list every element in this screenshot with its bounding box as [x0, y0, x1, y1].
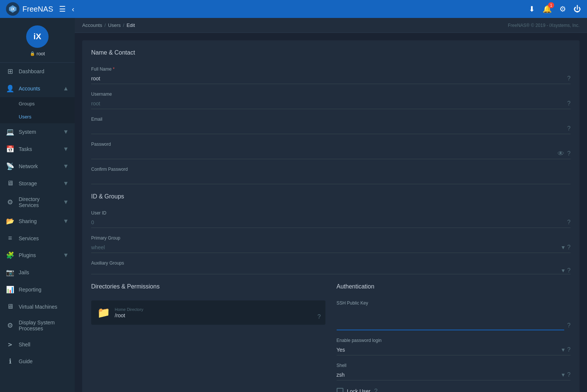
breadcrumb-users[interactable]: Users	[108, 22, 121, 28]
section-dirs-perms: Directories & Permissions	[91, 283, 325, 293]
username-label: Username	[91, 92, 571, 97]
username-input-row: ?	[91, 98, 571, 109]
email-label: Email	[91, 117, 571, 122]
sidebar-item-display-system-processes[interactable]: ⚙ Display System Processes	[0, 315, 75, 336]
lock-user-row: Lock User ?	[337, 388, 571, 392]
sidebar-item-system[interactable]: 💻 System ▼	[0, 123, 75, 141]
notification-badge: 1	[548, 2, 554, 8]
email-help-icon[interactable]: ?	[567, 125, 571, 132]
tasks-chevron: ▼	[63, 146, 69, 152]
primary-group-help-icon[interactable]: ?	[567, 244, 571, 251]
ssh-key-help-icon[interactable]: ?	[567, 322, 571, 329]
copyright-text: FreeNAS® © 2019 - iXsystems, Inc.	[508, 23, 580, 28]
display-sys-icon: ⚙	[6, 321, 14, 330]
password-input[interactable]	[91, 148, 554, 159]
sidebar-label-storage: Storage	[19, 180, 58, 186]
home-directory-box: 📁 Home Directory /root ?	[91, 300, 325, 325]
sidebar-item-virtual-machines[interactable]: 🖥 Virtual Machines	[0, 298, 75, 315]
username-input[interactable]	[91, 98, 564, 109]
menu-icon[interactable]: ☰	[59, 4, 66, 13]
authentication-section: Authentication SSH Public Key ? Enable p…	[337, 283, 571, 392]
user-id-help-icon[interactable]: ?	[567, 219, 571, 226]
settings-icon[interactable]: ⚙	[559, 4, 566, 13]
password-help-icon[interactable]: ?	[567, 150, 571, 157]
network-icon: 📡	[6, 162, 14, 170]
shell-icon: >	[6, 340, 14, 348]
sidebar-item-jails[interactable]: 📷 Jails	[0, 264, 75, 281]
sidebar-item-plugins[interactable]: 🧩 Plugins ▼	[0, 247, 75, 264]
sidebar-item-accounts[interactable]: 👤 Accounts ▲	[0, 80, 75, 97]
enable-password-help-icon[interactable]: ?	[567, 346, 571, 353]
section-name-contact: Name & Contact	[91, 49, 571, 59]
sidebar-item-shell[interactable]: > Shell	[0, 336, 75, 353]
auxiliary-groups-select-row: ▼ ?	[91, 267, 571, 274]
shell-value: zsh	[337, 370, 559, 380]
username-display: 🔒 root	[30, 51, 45, 56]
sidebar-label-accounts: Accounts	[19, 86, 58, 92]
enable-password-login-row: Enable password login Yes ▼ ?	[337, 338, 571, 355]
breadcrumb-accounts[interactable]: Accounts	[82, 22, 102, 28]
sidebar-label-plugins: Plugins	[19, 252, 58, 258]
shell-chevron[interactable]: ▼	[560, 372, 566, 378]
username-help-icon[interactable]: ?	[567, 100, 571, 107]
confirm-password-input-row	[91, 173, 571, 184]
sidebar-item-dashboard[interactable]: ⊞ Dashboard	[0, 63, 75, 80]
sidebar-item-directory-services[interactable]: ⚙ Directory Services ▼	[0, 192, 75, 213]
auxiliary-groups-row: Auxiliary Groups ▼ ?	[91, 260, 571, 274]
storage-chevron: ▼	[63, 180, 69, 187]
sidebar-label-guide: Guide	[19, 358, 69, 364]
breadcrumb-sep2: /	[123, 22, 124, 28]
back-icon[interactable]: ‹	[72, 5, 74, 13]
dashboard-icon: ⊞	[6, 67, 14, 75]
sidebar-item-services[interactable]: ≡ Services	[0, 230, 75, 247]
full-name-input[interactable]	[91, 73, 564, 84]
sidebar-item-tasks[interactable]: 📅 Tasks ▼	[0, 141, 75, 158]
sidebar-item-reporting[interactable]: 📊 Reporting	[0, 281, 75, 298]
directory-icon: ⚙	[6, 198, 14, 206]
enable-password-chevron[interactable]: ▼	[560, 347, 566, 353]
shell-row: Shell zsh ▼ ?	[337, 363, 571, 380]
breadcrumb-bar: Accounts / Users / Edit FreeNAS® © 2019 …	[75, 18, 587, 33]
email-input[interactable]	[91, 123, 564, 134]
sidebar-label-reporting: Reporting	[19, 287, 69, 293]
sidebar-item-sharing[interactable]: 📂 Sharing ▼	[0, 213, 75, 230]
sidebar-subitem-users[interactable]: Users	[0, 110, 75, 123]
enable-password-select-row: Yes ▼ ?	[337, 345, 571, 355]
sidebar-subitem-groups[interactable]: Groups	[0, 97, 75, 110]
sidebar-item-storage[interactable]: 🖥 Storage ▼	[0, 175, 75, 192]
jails-icon: 📷	[6, 268, 14, 277]
confirm-password-input[interactable]	[91, 173, 571, 184]
breadcrumb-edit: Edit	[127, 22, 135, 28]
shell-help-icon[interactable]: ?	[567, 371, 571, 378]
notification-wrapper[interactable]: 🔔 1	[543, 4, 552, 13]
sidebar-item-network[interactable]: 📡 Network ▼	[0, 158, 75, 175]
auxiliary-groups-chevron[interactable]: ▼	[560, 268, 566, 274]
sidebar-item-guide[interactable]: ℹ Guide	[0, 353, 75, 370]
topbar: iX FreeNAS ☰ ‹ ⬇ 🔔 1 ⚙ ⏻	[0, 0, 587, 18]
home-dir-help-icon[interactable]: ?	[318, 314, 321, 320]
directories-permissions-section: Directories & Permissions 📁 Home Directo…	[91, 283, 325, 392]
guide-icon: ℹ	[6, 357, 14, 365]
password-toggle-icon[interactable]: 👁	[557, 150, 564, 158]
email-input-row: ?	[91, 123, 571, 134]
section-authentication: Authentication	[337, 283, 571, 293]
folder-icon: 📁	[97, 306, 110, 319]
full-name-help-icon[interactable]: ?	[567, 75, 571, 82]
lock-user-help-icon[interactable]: ?	[374, 388, 378, 392]
lock-icon: 🔒	[30, 51, 35, 56]
shell-select-row: zsh ▼ ?	[337, 370, 571, 380]
power-icon[interactable]: ⏻	[574, 5, 581, 13]
lock-user-checkbox[interactable]	[337, 388, 343, 392]
tasks-icon: 📅	[6, 145, 14, 153]
primary-group-chevron[interactable]: ▼	[560, 244, 566, 250]
user-id-row: User ID ?	[91, 210, 571, 228]
auxiliary-groups-help-icon[interactable]: ?	[567, 267, 571, 274]
primary-group-value: wheel	[91, 242, 559, 253]
sidebar-label-virtual-machines: Virtual Machines	[19, 304, 69, 310]
user-id-input[interactable]	[91, 217, 564, 228]
ssh-public-key-input[interactable]	[337, 307, 565, 330]
sidebar-label-jails: Jails	[19, 269, 69, 275]
freenas-logo-icon: iX	[6, 2, 19, 16]
download-icon[interactable]: ⬇	[529, 4, 535, 13]
sharing-icon: 📂	[6, 217, 14, 225]
